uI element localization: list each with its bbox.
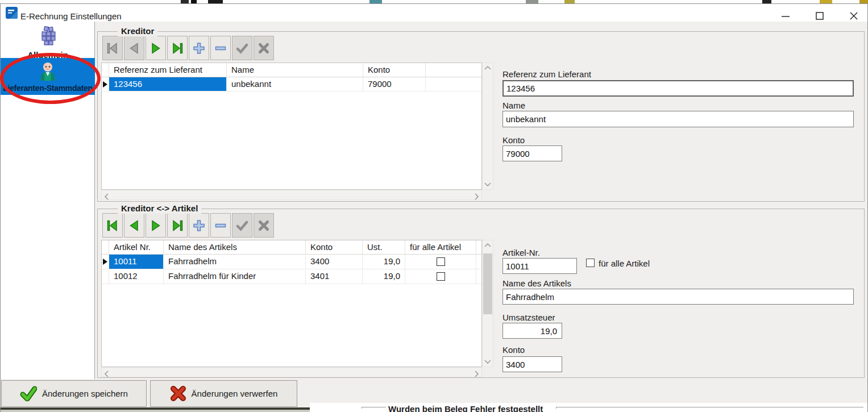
konto-input[interactable] [502,145,562,161]
window-title: E-Rechnung Einstellungen [20,11,122,21]
table-row[interactable]: 10012 Fahrradhelm für Kinder 3401 19,0 [102,269,481,284]
minimize-icon [781,11,790,20]
kreditor-insert-record-button[interactable] [189,36,209,60]
column-header[interactable]: Referenz zum Lieferant [109,63,227,77]
column-header[interactable]: Name [227,63,363,77]
row-checkbox[interactable] [437,257,445,266]
post-check-icon [235,41,250,56]
tiles-grid-icon [1,25,95,45]
name-label: Name [502,101,525,110]
fuer-alle-artikel-checkbox[interactable] [586,259,595,267]
cell-konto[interactable]: 3400 [306,255,363,269]
desktop-fragment [859,0,868,3]
screen: E-Rechnung Einstellungen [0,0,868,412]
desktop-fragment [762,0,771,3]
artikel-first-record-button[interactable] [102,213,123,238]
chevron-right-icon[interactable] [475,193,479,200]
groupbox-border-fragment [362,407,386,409]
cell-fuer-alle-artikel[interactable] [405,269,476,284]
cell-name[interactable]: Fahrradhelm [164,255,306,269]
fuer-alle-artikel-label: für alle Artikel [599,259,650,268]
kreditor-cancel-edit-button[interactable] [254,36,274,60]
window-bottom-shadow [1,410,310,412]
cell-konto[interactable]: 3401 [306,269,363,284]
chevron-left-icon[interactable] [105,193,109,200]
chevron-left-icon[interactable] [105,371,109,377]
sidebar-item-lieferanten-stammdaten[interactable]: Lieferanten-Stammdaten [1,58,95,95]
kreditor-first-record-button[interactable] [102,36,123,60]
name-des-artikels-input[interactable] [502,289,854,305]
artikel-table-header: Artikel Nr. Name des Artikels Konto Ust.… [102,240,481,255]
artikel-post-edit-button[interactable] [232,213,252,238]
name-input[interactable] [502,111,854,127]
kreditor-delete-record-button[interactable] [210,36,231,60]
kreditor-vertical-scrollbar[interactable] [482,63,493,190]
sidebar: Allgemein Lieferanten-Stammdaten [1,22,95,379]
umsatzsteuer-input[interactable] [502,323,562,339]
row-checkbox[interactable] [437,272,445,281]
cell-artikel-nr[interactable]: 10012 [109,269,164,284]
scrollbar-thumb[interactable] [483,253,492,314]
name-des-artikels-label: Name des Artikels [502,279,571,288]
kreditor-last-record-button[interactable] [167,36,188,60]
cell-name[interactable]: unbekannt [227,77,363,91]
last-record-icon [170,41,185,56]
chevron-right-icon[interactable] [475,371,479,377]
referenz-zum-lieferant-input[interactable] [502,80,854,97]
artikel-konto-label: Konto [502,346,525,355]
artikel-insert-record-button[interactable] [189,213,209,238]
artikel-horizontal-scrollbar[interactable] [101,367,482,377]
chevron-up-icon[interactable] [484,66,491,70]
artikel-cancel-edit-button[interactable] [254,213,274,238]
artikel-table[interactable]: Artikel Nr. Name des Artikels Konto Ust.… [101,240,482,367]
background-group-label: Wurden beim Beleg Fehler festgestellt [388,404,543,412]
insert-plus-icon [192,41,206,56]
cell-artikel-nr[interactable]: 10011 [109,255,164,269]
artikel-konto-input[interactable] [502,356,562,372]
title-bar: E-Rechnung Einstellungen [1,4,867,22]
save-changes-button[interactable]: Änderungen speichern [1,380,147,407]
kreditor-group-label: Kreditor [118,26,157,36]
close-icon [849,11,858,20]
artikel-next-record-button[interactable] [146,213,166,238]
column-header[interactable]: Artikel Nr. [109,240,164,254]
sidebar-item-allgemein[interactable]: Allgemein [1,25,95,58]
save-check-icon [20,386,37,401]
chevron-down-icon[interactable] [484,360,491,364]
table-row[interactable]: 10011 Fahrradhelm 3400 19,0 [102,255,481,269]
cell-fuer-alle-artikel[interactable] [405,255,476,269]
save-changes-label: Änderungen speichern [42,389,128,398]
table-row[interactable]: 123456 unbekannt 79000 [102,77,481,91]
referenz-zum-lieferant-label: Referenz zum Lieferant [502,70,591,79]
prior-record-icon [127,41,142,56]
desktop-fragment [820,0,832,3]
chevron-up-icon[interactable] [484,243,491,247]
first-record-icon [105,41,120,56]
cell-konto[interactable]: 79000 [363,77,426,91]
cell-referenz[interactable]: 123456 [109,77,227,91]
desktop-fragment [564,0,575,3]
kreditor-horizontal-scrollbar[interactable] [101,190,482,200]
sidebar-item-label: Lieferanten-Stammdaten [1,84,95,93]
chevron-down-icon[interactable] [484,182,491,186]
column-header[interactable]: Ust. [363,240,405,254]
cell-name[interactable]: Fahrradhelm für Kinder [164,269,306,284]
column-header[interactable]: für alle Artikel [405,240,476,254]
kreditor-table[interactable]: Referenz zum Lieferant Name Konto 123456… [101,63,482,190]
artikel-prior-record-button[interactable] [124,213,144,238]
artikel-nr-input[interactable] [502,258,577,274]
kreditor-next-record-button[interactable] [146,36,166,60]
artikel-vertical-scrollbar[interactable] [482,240,493,367]
cell-ust[interactable]: 19,0 [363,269,405,284]
discard-changes-button[interactable]: Änderungen verwerfen [150,380,297,407]
kreditor-post-edit-button[interactable] [232,36,252,60]
column-header[interactable]: Konto [363,63,426,77]
cancel-x-icon [256,218,271,233]
column-header[interactable]: Konto [306,240,363,254]
kreditor-prior-record-button[interactable] [124,36,144,60]
background-window-fragment: Wurden beim Beleg Fehler festgestellt [310,403,868,412]
cell-ust[interactable]: 19,0 [363,255,405,269]
column-header[interactable]: Name des Artikels [164,240,306,254]
artikel-last-record-button[interactable] [167,213,188,238]
artikel-delete-record-button[interactable] [210,213,231,238]
